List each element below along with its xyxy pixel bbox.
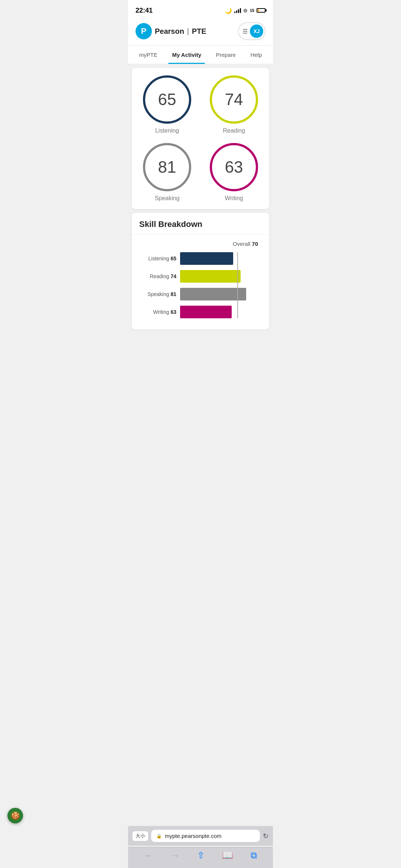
score-label-reading: Reading <box>223 127 245 134</box>
bar-label-listening: Listening 65 <box>139 256 180 261</box>
bar-fill-speaking <box>180 288 246 300</box>
score-reading: 74 Reading <box>202 75 265 134</box>
bar-fill-listening <box>180 252 233 265</box>
avatar[interactable]: XJ <box>250 25 263 38</box>
status-bar: 22:41 🌙 ⊜ 15 <box>128 0 273 19</box>
status-icons: 🌙 ⊜ 15 <box>225 7 265 14</box>
bar-track-speaking <box>180 288 262 300</box>
logo-text: Pearson | PTE <box>155 27 206 36</box>
signal-bars-icon <box>234 8 241 13</box>
score-listening: 65 Listening <box>136 75 199 134</box>
bar-track-listening <box>180 252 262 265</box>
bar-track-reading <box>180 270 262 283</box>
nav-item-prepare[interactable]: Prepare <box>212 46 239 64</box>
scores-grid: 65 Listening 74 Reading 81 Speaking <box>136 75 265 202</box>
pearson-logo: P <box>136 23 152 39</box>
score-label-speaking: Speaking <box>155 195 180 202</box>
app-header: P Pearson | PTE ☰ XJ <box>128 19 273 46</box>
wifi-icon: ⊜ <box>243 7 248 13</box>
score-circle-speaking: 81 <box>143 143 191 191</box>
moon-icon: 🌙 <box>225 7 232 14</box>
bar-track-writing <box>180 306 262 318</box>
breakdown-card: Skill Breakdown Overall 70 Listening 65 <box>132 213 269 329</box>
score-writing: 63 Writing <box>202 143 265 202</box>
nav-item-help[interactable]: Help <box>247 46 265 64</box>
logo-area: P Pearson | PTE <box>136 23 206 39</box>
main-content: 65 Listening 74 Reading 81 Speaking <box>128 68 273 329</box>
battery-icon <box>257 8 265 13</box>
bar-label-speaking: Speaking 81 <box>139 291 180 297</box>
bar-row-listening: Listening 65 <box>139 252 262 265</box>
bar-row-reading: Reading 74 <box>139 270 262 283</box>
overall-value: 70 <box>252 241 258 247</box>
chart-bars-container: Listening 65 Reading 74 <box>139 252 262 318</box>
chart-area: Overall 70 Listening 65 <box>132 235 269 329</box>
bar-fill-writing <box>180 306 232 318</box>
logo-p-icon: P <box>141 26 147 36</box>
score-circle-reading: 74 <box>210 75 258 124</box>
bar-fill-reading <box>180 270 241 283</box>
nav-item-myactivity[interactable]: My Activity <box>168 46 205 64</box>
score-label-listening: Listening <box>155 127 179 134</box>
bar-label-reading: Reading 74 <box>139 273 180 279</box>
bar-label-writing: Writing 63 <box>139 309 180 315</box>
overall-label: Overall <box>233 241 251 247</box>
bar-row-writing: Writing 63 <box>139 306 262 318</box>
score-circle-writing: 63 <box>210 143 258 191</box>
status-time: 22:41 <box>136 7 153 14</box>
score-speaking: 81 Speaking <box>136 143 199 202</box>
bar-row-speaking: Speaking 81 <box>139 288 262 300</box>
score-circle-listening: 65 <box>143 75 191 124</box>
scores-card: 65 Listening 74 Reading 81 Speaking <box>132 68 269 209</box>
nav-bar: myPTE My Activity Prepare Help <box>128 46 273 64</box>
score-label-writing: Writing <box>225 195 243 202</box>
battery-number: 15 <box>250 8 254 13</box>
hamburger-icon[interactable]: ☰ <box>242 28 248 35</box>
nav-item-mypte[interactable]: myPTE <box>136 46 161 64</box>
breakdown-header: Skill Breakdown <box>132 213 269 235</box>
header-right: ☰ XJ <box>238 22 265 40</box>
overall-line <box>237 252 238 318</box>
menu-avatar-wrap[interactable]: ☰ XJ <box>238 22 265 40</box>
overall-row: Overall 70 <box>139 241 262 247</box>
breakdown-title: Skill Breakdown <box>139 220 202 229</box>
